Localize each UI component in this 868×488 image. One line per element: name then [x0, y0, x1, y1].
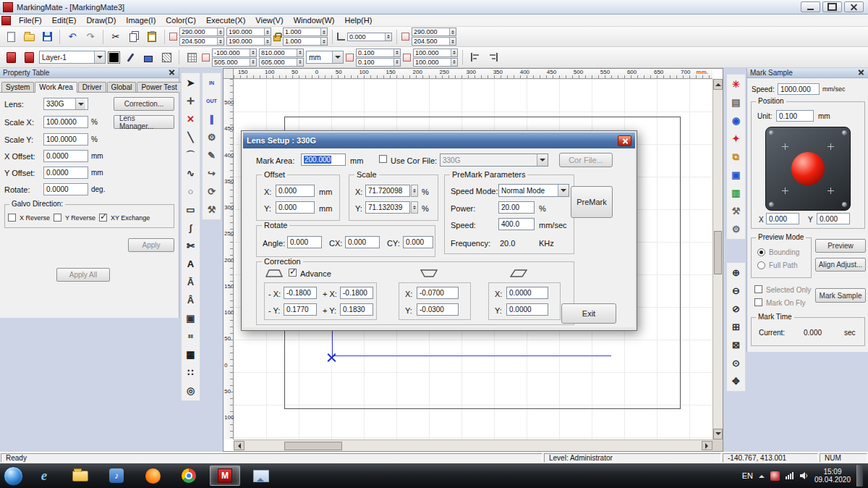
- menu-image[interactable]: Image(I): [121, 15, 161, 25]
- spinner[interactable]: [320, 28, 327, 35]
- wrench-icon[interactable]: ⚒: [728, 203, 744, 219]
- save-button[interactable]: [39, 29, 55, 45]
- text-pen-tool-icon[interactable]: Ā: [183, 274, 198, 290]
- taskbar-icon-media-player[interactable]: ♪: [101, 466, 132, 486]
- output-port-tool-icon[interactable]: OUT: [204, 93, 219, 109]
- loop-tool-icon[interactable]: ⟳: [204, 184, 219, 199]
- spinner[interactable]: [385, 33, 391, 41]
- use-cor-file-checkbox[interactable]: [379, 155, 387, 163]
- view-h-field[interactable]: 605.000: [259, 58, 304, 67]
- full-path-radio[interactable]: [757, 261, 765, 269]
- menu-window[interactable]: Window(W): [289, 15, 340, 25]
- advance-checkbox[interactable]: [289, 269, 297, 277]
- fill-object-icon[interactable]: ▣: [728, 167, 744, 182]
- scrollbar-thumb[interactable]: [284, 442, 342, 450]
- mark-area-input[interactable]: 200.000: [301, 153, 346, 166]
- grid-snap-button[interactable]: [184, 49, 200, 65]
- close-button[interactable]: [844, 1, 864, 12]
- cut-button[interactable]: ✂: [108, 29, 124, 45]
- spinner[interactable]: [451, 49, 457, 56]
- dot-matrix-tool-icon[interactable]: ∷: [183, 365, 198, 380]
- title-bar[interactable]: MarkingMate - [MarkingMate3]: [0, 0, 868, 14]
- laser-pointer-icon[interactable]: ✦: [728, 131, 744, 146]
- chevron-down-icon[interactable]: [75, 98, 85, 109]
- spinner[interactable]: [393, 59, 400, 66]
- barrel-y-input[interactable]: -0.0300: [417, 303, 459, 316]
- volume-icon[interactable]: [799, 471, 809, 480]
- preview-button[interactable]: Preview: [815, 239, 866, 253]
- premark-button[interactable]: PreMark: [571, 186, 613, 218]
- x-offset-input[interactable]: 0.0000: [43, 150, 88, 162]
- offset-x-input[interactable]: 0.000: [276, 185, 315, 197]
- network-icon[interactable]: [786, 472, 793, 479]
- copy-object-icon[interactable]: ⧉: [728, 149, 744, 164]
- exit-button[interactable]: Exit: [561, 303, 616, 324]
- pause-tool-icon[interactable]: ∥: [204, 112, 219, 127]
- view-eye-icon[interactable]: ◉: [728, 113, 744, 128]
- menu-file[interactable]: File(F): [14, 15, 47, 25]
- vertical-scrollbar[interactable]: [712, 79, 723, 439]
- lens-select[interactable]: 330G: [43, 98, 88, 110]
- close-panel-icon[interactable]: [168, 69, 176, 77]
- zoom-y-field[interactable]: 100.000: [413, 58, 458, 67]
- print-icon[interactable]: ▤: [728, 95, 744, 110]
- spinner[interactable]: [297, 59, 303, 66]
- apply-all-button[interactable]: Apply All: [56, 268, 110, 282]
- tab-driver[interactable]: Driver: [78, 82, 106, 92]
- pen-io-tool-icon[interactable]: ✎: [204, 148, 219, 163]
- center-y-field[interactable]: 204.500: [412, 37, 456, 46]
- size-h-field[interactable]: 190.000: [226, 37, 271, 46]
- speed-mode-select[interactable]: Normal Mode: [498, 184, 569, 197]
- zoom-in-icon[interactable]: ⊕: [728, 265, 744, 280]
- rect-text-tool-icon[interactable]: ▣: [183, 311, 198, 326]
- lens-manager-button[interactable]: Lens Manager...: [114, 115, 174, 129]
- view-x-field[interactable]: -100.000: [212, 49, 257, 57]
- new-button[interactable]: [3, 29, 19, 45]
- rotate-angle-input[interactable]: 0.000: [287, 236, 322, 248]
- mark-sample-button[interactable]: Mark Sample: [815, 288, 866, 303]
- aspect-lock-icon[interactable]: [273, 35, 281, 41]
- speed-input[interactable]: 1000.000: [778, 83, 820, 95]
- mark-preview-icon[interactable]: ✳: [728, 77, 744, 92]
- tab-work-area[interactable]: Work Area: [35, 82, 77, 93]
- taskbar-icon-photo-viewer[interactable]: [246, 466, 276, 486]
- size-w-field[interactable]: 190.000: [226, 28, 271, 36]
- layer-props-button[interactable]: [21, 49, 37, 65]
- curve-tool-icon[interactable]: ∿: [183, 166, 198, 181]
- scale-y-input[interactable]: 71.132039: [365, 201, 410, 214]
- spinner[interactable]: [250, 49, 256, 56]
- arc-text-tool-icon[interactable]: Â: [183, 293, 198, 308]
- unit-input[interactable]: 0.100: [776, 110, 814, 122]
- origin-cross-marker[interactable]: [326, 352, 337, 363]
- tab-system[interactable]: System: [1, 82, 34, 92]
- pan-hand-icon[interactable]: ✥: [728, 374, 744, 389]
- rectangle-tool-icon[interactable]: ▭: [183, 202, 198, 217]
- scrollbar-thumb[interactable]: [714, 231, 722, 274]
- chevron-down-icon[interactable]: [558, 185, 569, 196]
- cor-file-select[interactable]: 330G: [440, 153, 548, 167]
- taskbar-icon-markingmate[interactable]: M: [210, 466, 240, 486]
- scale-x-input[interactable]: 71.720098: [365, 185, 410, 197]
- correction-button[interactable]: Correction...: [114, 97, 174, 111]
- barrel-x-input[interactable]: -0.0700: [417, 287, 459, 299]
- zoom-drag-icon[interactable]: ⊘: [728, 301, 744, 316]
- menu-help[interactable]: Help(H): [339, 15, 377, 25]
- maximize-button[interactable]: [822, 1, 842, 12]
- mark-on-fly-checkbox[interactable]: [754, 298, 762, 306]
- branch-tool-icon[interactable]: ↪: [204, 166, 219, 181]
- tab-power-test[interactable]: Power Test: [137, 82, 181, 92]
- y-reverse-checkbox[interactable]: [54, 214, 61, 222]
- node-edit-tool-icon[interactable]: ✛: [183, 93, 198, 109]
- circle-tool-icon[interactable]: ○: [183, 184, 198, 199]
- hidden-icons-arrow[interactable]: [759, 472, 765, 478]
- rotate-cx-input[interactable]: 0.000: [345, 236, 380, 248]
- taskbar-icon-ie[interactable]: e: [29, 466, 59, 486]
- pos-x-field[interactable]: 290.000: [179, 28, 224, 36]
- zoom-extents-icon[interactable]: ⊠: [728, 337, 744, 353]
- chevron-down-icon[interactable]: [94, 51, 105, 63]
- tab-global[interactable]: Global: [107, 82, 137, 92]
- align-adjust-button[interactable]: Align Adjust...: [815, 258, 866, 272]
- spinner[interactable]: [411, 185, 418, 197]
- delete-tool-icon[interactable]: ✕: [183, 112, 198, 127]
- spinner[interactable]: [217, 38, 224, 45]
